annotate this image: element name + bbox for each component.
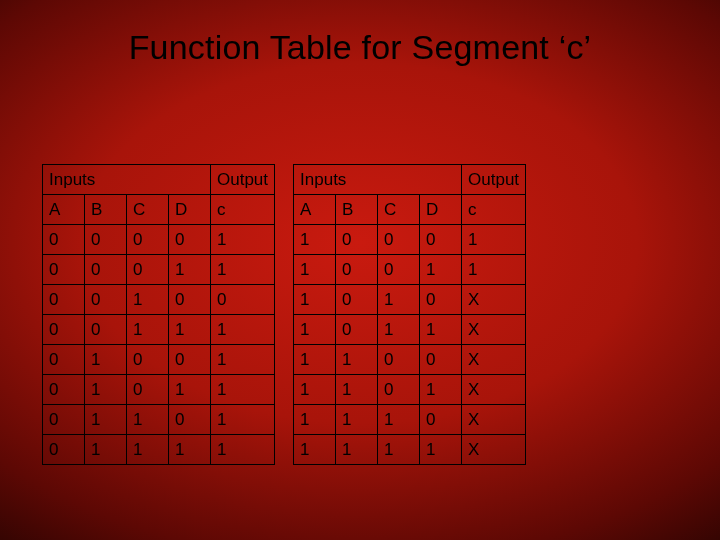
cell: 1 — [211, 375, 275, 405]
cell: 0 — [336, 285, 378, 315]
cell: 0 — [85, 255, 127, 285]
cell: 0 — [169, 405, 211, 435]
cell: 0 — [127, 255, 169, 285]
cell: 0 — [169, 285, 211, 315]
left-table: Inputs Output A B C D c 00001 00011 0010… — [42, 164, 275, 465]
output-header: Output — [462, 165, 526, 195]
cell: 1 — [211, 345, 275, 375]
cell: 0 — [127, 225, 169, 255]
output-header: Output — [211, 165, 275, 195]
cell: 0 — [378, 225, 420, 255]
cell: X — [462, 285, 526, 315]
cell: 1 — [211, 435, 275, 465]
cell: 0 — [336, 255, 378, 285]
cell: 1 — [85, 375, 127, 405]
table-row: 01001 — [43, 345, 275, 375]
table-row: 00001 — [43, 225, 275, 255]
table-row: 00011 — [43, 255, 275, 285]
cell: 0 — [43, 255, 85, 285]
cell: X — [462, 315, 526, 345]
cell: 0 — [420, 225, 462, 255]
cell: 1 — [85, 435, 127, 465]
cell: 1 — [420, 255, 462, 285]
table-header-group-row: Inputs Output — [294, 165, 526, 195]
cell: 1 — [85, 345, 127, 375]
cell: 0 — [420, 345, 462, 375]
cell: 0 — [85, 315, 127, 345]
cell: 1 — [294, 255, 336, 285]
cell: 1 — [127, 315, 169, 345]
cell: 1 — [420, 315, 462, 345]
cell: 0 — [85, 225, 127, 255]
cell: 1 — [127, 285, 169, 315]
cell: 1 — [211, 315, 275, 345]
table-header-group-row: Inputs Output — [43, 165, 275, 195]
cell: 0 — [378, 375, 420, 405]
table-row: 00111 — [43, 315, 275, 345]
inputs-header: Inputs — [43, 165, 211, 195]
cell: 0 — [43, 375, 85, 405]
cell: 0 — [211, 285, 275, 315]
cell: X — [462, 345, 526, 375]
cell: 0 — [43, 405, 85, 435]
cell: 0 — [378, 345, 420, 375]
table-row: 1111X — [294, 435, 526, 465]
cell: 1 — [169, 375, 211, 405]
cell: 0 — [420, 405, 462, 435]
right-table: Inputs Output A B C D c 10001 10011 1010… — [293, 164, 526, 465]
table-header-cols-row: A B C D c — [43, 195, 275, 225]
cell: 1 — [127, 405, 169, 435]
cell: 1 — [85, 405, 127, 435]
col-header: c — [211, 195, 275, 225]
slide: Function Table for Segment ‘c’ Inputs Ou… — [0, 0, 720, 540]
table-header-cols-row: A B C D c — [294, 195, 526, 225]
cell: 1 — [378, 435, 420, 465]
table-row: 1100X — [294, 345, 526, 375]
col-header: c — [462, 195, 526, 225]
cell: X — [462, 435, 526, 465]
cell: 1 — [294, 405, 336, 435]
cell: 0 — [43, 225, 85, 255]
slide-title: Function Table for Segment ‘c’ — [0, 28, 720, 67]
cell: 1 — [127, 435, 169, 465]
col-header: A — [43, 195, 85, 225]
cell: 0 — [336, 225, 378, 255]
table-row: 1110X — [294, 405, 526, 435]
cell: 0 — [43, 345, 85, 375]
cell: 1 — [294, 225, 336, 255]
cell: 0 — [85, 285, 127, 315]
cell: 0 — [127, 345, 169, 375]
cell: 0 — [43, 285, 85, 315]
cell: 1 — [462, 225, 526, 255]
table-row: 10001 — [294, 225, 526, 255]
cell: 1 — [294, 345, 336, 375]
cell: 1 — [211, 405, 275, 435]
inputs-header: Inputs — [294, 165, 462, 195]
table-row: 1011X — [294, 315, 526, 345]
cell: 0 — [378, 255, 420, 285]
cell: 1 — [336, 345, 378, 375]
col-header: D — [420, 195, 462, 225]
cell: 1 — [169, 315, 211, 345]
cell: 1 — [462, 255, 526, 285]
cell: 1 — [336, 375, 378, 405]
cell: 1 — [378, 315, 420, 345]
cell: 1 — [294, 435, 336, 465]
cell: 1 — [378, 285, 420, 315]
cell: 1 — [294, 315, 336, 345]
cell: 0 — [169, 225, 211, 255]
cell: 0 — [43, 435, 85, 465]
cell: 1 — [211, 225, 275, 255]
cell: 1 — [336, 435, 378, 465]
cell: X — [462, 375, 526, 405]
cell: 1 — [169, 255, 211, 285]
cell: 1 — [169, 435, 211, 465]
col-header: A — [294, 195, 336, 225]
cell: 0 — [336, 315, 378, 345]
col-header: B — [85, 195, 127, 225]
table-row: 10011 — [294, 255, 526, 285]
table-row: 1101X — [294, 375, 526, 405]
tables-container: Inputs Output A B C D c 00001 00011 0010… — [42, 164, 678, 465]
col-header: C — [127, 195, 169, 225]
cell: 0 — [127, 375, 169, 405]
